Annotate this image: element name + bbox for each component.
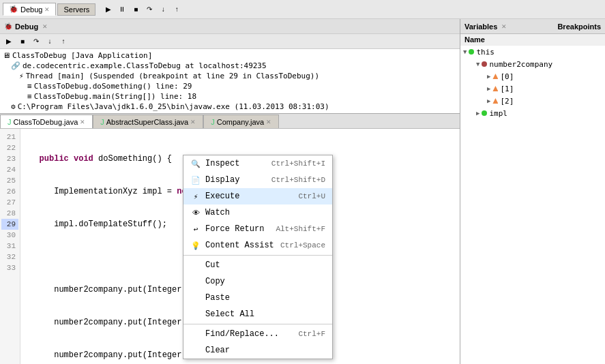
stepover-btn[interactable]: ↷ <box>30 35 42 48</box>
menu-item-select-all[interactable]: Select All <box>183 306 332 322</box>
suspend-icon[interactable]: ⏸ <box>116 3 128 16</box>
ln-22: 22 <box>1 142 18 153</box>
java-file-icon-3: J <box>211 118 215 126</box>
menu-item-paste[interactable]: Paste <box>183 290 332 306</box>
var-item-number2company[interactable]: ▼ number2company <box>460 58 605 70</box>
debug-panel-icon: 🐞 <box>4 22 12 30</box>
stop-btn[interactable]: ■ <box>16 35 29 48</box>
menu-item-cut[interactable]: Cut <box>183 257 332 273</box>
expand-impl[interactable]: ▶ <box>476 110 479 117</box>
execute-icon: ⚡ <box>190 191 201 202</box>
menu-sep-1 <box>183 255 332 256</box>
variables-tree: ▼ this ▼ number2company ▶ [0] ▶ <box>460 46 605 364</box>
tab-servers[interactable]: Servers <box>57 3 95 16</box>
var-item-impl[interactable]: ▶ impl <box>460 107 605 119</box>
main-layout: 🐞 Debug ✕ ▶ ■ ↷ ↓ ↑ 🖥 ClassToDebug [Java… <box>0 19 605 364</box>
close-icon[interactable]: ✕ <box>44 6 50 13</box>
ln-32: 32 <box>1 252 18 262</box>
ln-26: 26 <box>1 186 18 197</box>
var-item-0[interactable]: ▶ [0] <box>460 70 605 82</box>
stepinto-btn[interactable]: ↓ <box>44 35 56 48</box>
step-over-icon[interactable]: ↷ <box>143 3 156 16</box>
copy-icon <box>190 276 201 287</box>
variables-title: Variables <box>464 22 497 31</box>
tree-item-thread[interactable]: ⚡ Thread [main] (Suspended (breakpoint a… <box>3 71 457 81</box>
inspect-icon: 🔍 <box>190 158 201 169</box>
breakpoints-title: Breakpoints <box>557 22 601 31</box>
tab-close-2[interactable]: ✕ <box>190 119 196 125</box>
force-return-icon: ↩ <box>190 224 201 234</box>
menu-item-force-return[interactable]: ↩ Force Return Alt+Shift+F <box>183 221 332 237</box>
debug-panel: 🐞 Debug ✕ ▶ ■ ↷ ↓ ↑ 🖥 ClassToDebug [Java… <box>0 19 460 114</box>
clear-icon <box>190 345 201 356</box>
ln-28: 28 <box>1 208 18 219</box>
tab-abstractsuperclass[interactable]: J AbstractSuperClass.java ✕ <box>93 115 203 128</box>
menu-item-execute[interactable]: ⚡ Execute Ctrl+U <box>183 188 332 204</box>
debug-toolbar-icons: ▶ ⏸ ■ ↷ ↓ ↑ <box>102 3 183 16</box>
menu-item-inspect[interactable]: 🔍 Inspect Ctrl+Shift+I <box>183 155 332 172</box>
ln-27: 27 <box>1 197 18 208</box>
resume-btn[interactable]: ▶ <box>3 35 15 48</box>
ln-30: 30 <box>1 230 18 241</box>
expand-2[interactable]: ▶ <box>487 97 490 104</box>
menu-item-content-assist[interactable]: 💡 Content Assist Ctrl+Space <box>183 237 332 254</box>
variables-close[interactable]: ✕ <box>501 23 507 30</box>
tree-item-frame1[interactable]: ≡ ClassToDebug.doSomething() line: 29 <box>3 81 457 91</box>
host-icon: 🔗 <box>11 61 20 70</box>
expand-0[interactable]: ▶ <box>487 73 490 80</box>
java-file-icon-2: J <box>100 118 104 126</box>
stepreturn-btn[interactable]: ↑ <box>57 35 70 48</box>
ln-29: 29 <box>1 219 18 230</box>
editor-content: 21 22 23 24 25 26 27 28 29 30 31 32 33 p… <box>0 129 460 364</box>
tree-item-host[interactable]: 🔗 de.codecentric.example.ClassToDebug at… <box>3 61 457 71</box>
ln-24: 24 <box>1 164 18 175</box>
thread-icon: ⚡ <box>19 72 24 80</box>
expand-this[interactable]: ▼ <box>463 48 467 55</box>
var-icon-0 <box>492 74 498 79</box>
var-icon-number2company <box>482 61 487 67</box>
right-panel: Variables ✕ Breakpoints Name ▼ this ▼ nu… <box>460 19 605 364</box>
left-panel: 🐞 Debug ✕ ▶ ■ ↷ ↓ ↑ 🖥 ClassToDebug [Java… <box>0 19 460 364</box>
java-file-icon: J <box>8 118 12 126</box>
var-column-header: Name <box>460 34 605 46</box>
find-replace-icon <box>190 329 201 339</box>
paste-icon <box>190 292 201 303</box>
tab-close-1[interactable]: ✕ <box>80 119 85 125</box>
context-menu: 🔍 Inspect Ctrl+Shift+I 📄 Display Ctrl+Sh… <box>183 155 333 359</box>
var-icon-impl <box>482 110 487 116</box>
tree-item-process[interactable]: ⚙ C:\Program Files\Java\jdk1.6.0_25\bin\… <box>3 102 457 112</box>
step-into-icon[interactable]: ↓ <box>157 3 169 16</box>
content-assist-icon: 💡 <box>190 240 201 251</box>
tree-item-frame2[interactable]: ≡ ClassToDebug.main(String[]) line: 18 <box>3 91 457 102</box>
terminate-icon[interactable]: ■ <box>130 3 142 16</box>
menu-item-clear[interactable]: Clear <box>183 342 332 359</box>
var-item-1[interactable]: ▶ [1] <box>460 82 605 95</box>
expand-1[interactable]: ▶ <box>487 85 490 92</box>
menu-item-display[interactable]: 📄 Display Ctrl+Shift+D <box>183 172 332 188</box>
tab-debug[interactable]: 🐞 Debug ✕ <box>3 3 56 16</box>
debug-tree: 🖥 ClassToDebug [Java Application] 🔗 de.c… <box>0 49 460 113</box>
ln-25: 25 <box>1 175 18 186</box>
debug-panel-header: 🐞 Debug ✕ <box>0 19 460 34</box>
frame-icon: ≡ <box>27 82 32 91</box>
tab-classtodebug[interactable]: J ClassToDebug.java ✕ <box>0 115 93 128</box>
tab-company[interactable]: J Company.java ✕ <box>203 115 279 128</box>
tree-item-application[interactable]: 🖥 ClassToDebug [Java Application] <box>3 50 457 61</box>
menu-item-find-replace[interactable]: Find/Replace... Ctrl+F <box>183 326 332 342</box>
select-all-icon <box>190 309 201 320</box>
ln-21: 21 <box>1 132 18 142</box>
frame-icon-2: ≡ <box>27 92 32 101</box>
cut-icon <box>190 260 201 271</box>
menu-item-copy[interactable]: Copy <box>183 273 332 290</box>
debug-close-icon[interactable]: ✕ <box>42 23 48 30</box>
var-item-2[interactable]: ▶ [2] <box>460 95 605 107</box>
menu-item-watch[interactable]: 👁 Watch <box>183 204 332 221</box>
ln-23: 23 <box>1 153 18 164</box>
line-numbers: 21 22 23 24 25 26 27 28 29 30 31 32 33 <box>0 129 20 364</box>
tab-close-3[interactable]: ✕ <box>266 119 271 125</box>
var-item-this[interactable]: ▼ this <box>460 46 605 58</box>
step-return-icon[interactable]: ↑ <box>171 3 183 16</box>
var-icon-1 <box>492 86 498 91</box>
expand-number2company[interactable]: ▼ <box>476 61 479 67</box>
resume-icon[interactable]: ▶ <box>102 3 115 16</box>
